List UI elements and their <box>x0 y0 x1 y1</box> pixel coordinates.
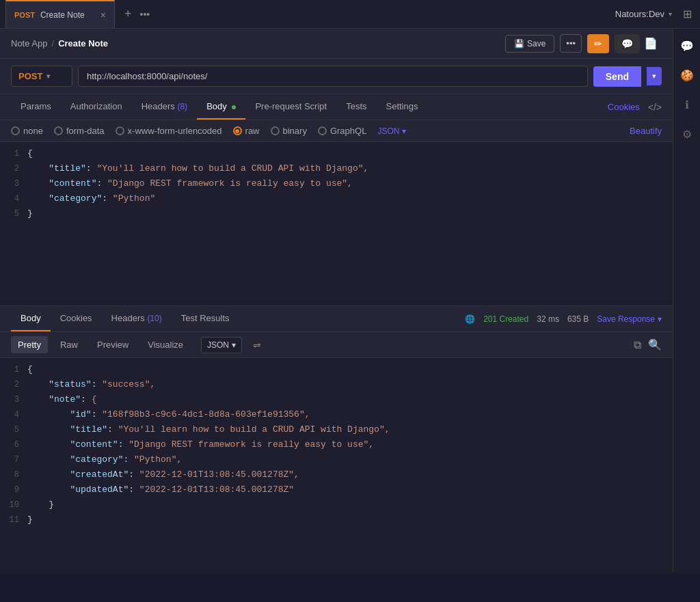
body-label: Body <box>206 101 227 111</box>
response-tab-cookies[interactable]: Cookies <box>51 306 102 331</box>
response-code-editor[interactable]: 1{2 "status": "success",3 "note": {4 "id… <box>0 358 673 572</box>
search-icon[interactable]: 🔍 <box>648 338 662 351</box>
resp-headers-label: Headers <box>111 313 145 323</box>
send-dropdown-button[interactable]: ▾ <box>647 67 662 85</box>
tab-close-button[interactable]: × <box>100 10 106 20</box>
save-response-label: Save Response <box>597 314 655 324</box>
request-tabs-row: Params Authorization Headers (8) Body Pr… <box>0 94 673 120</box>
globe-icon: 🌐 <box>465 314 475 324</box>
resp-preview-tab[interactable]: Preview <box>90 336 135 353</box>
response-meta: 🌐 201 Created 32 ms 635 B Save Response … <box>465 314 662 324</box>
url-input[interactable] <box>78 66 588 87</box>
method-chevron-icon: ▾ <box>46 72 50 80</box>
sidebar-chat-icon[interactable]: 💬 <box>677 37 697 55</box>
active-tab[interactable]: POST Create Note × <box>5 0 115 28</box>
body-option-urlencoded[interactable]: x-www-form-urlencoded <box>116 126 222 136</box>
response-tab-body[interactable]: Body <box>11 306 51 331</box>
response-size: 635 B <box>567 314 589 324</box>
tab-pre-request[interactable]: Pre-request Script <box>245 94 336 120</box>
method-selector[interactable]: POST ▾ <box>11 66 72 87</box>
tabs-right-area: Cookies </> <box>608 102 662 113</box>
headers-label: Headers <box>142 101 175 111</box>
tab-body[interactable]: Body <box>197 94 245 120</box>
line-content: "note": { <box>27 394 673 405</box>
code-line: 8 "createdAt": "2022-12-01T13:08:45.0012… <box>0 469 673 484</box>
line-number: 3 <box>0 394 27 405</box>
code-line: 9 "updatedAt": "2022-12-01T13:08:45.0012… <box>0 484 673 499</box>
graphql-label: GraphQL <box>330 126 366 136</box>
request-code-editor[interactable]: 1{2 "title": "You'll learn how to build … <box>0 142 673 305</box>
comment-button[interactable]: 💬 <box>615 34 640 53</box>
line-number: 1 <box>0 364 27 374</box>
tabs-more-button[interactable]: ••• <box>136 9 154 20</box>
code-line: 2 "status": "success", <box>0 379 673 394</box>
line-content: "category": "Python" <box>27 193 673 204</box>
right-panel-icon[interactable]: 📄 <box>640 34 662 53</box>
raw-radio <box>233 126 242 135</box>
request-body-editor: 1{2 "title": "You'll learn how to build … <box>0 142 673 306</box>
beautify-button[interactable]: Beautify <box>630 126 662 136</box>
header-more-button[interactable]: ••• <box>560 34 582 53</box>
resp-pretty-tab[interactable]: Pretty <box>11 336 48 353</box>
response-tab-headers[interactable]: Headers (10) <box>102 306 172 331</box>
sidebar-cookie-icon[interactable]: 🍪 <box>677 66 697 85</box>
save-button[interactable]: 💾 Save <box>505 35 554 53</box>
resp-json-selector[interactable]: JSON ▾ <box>201 337 242 353</box>
line-number: 11 <box>0 515 27 525</box>
urlencoded-radio <box>116 126 124 135</box>
new-tab-button[interactable]: + <box>120 7 136 21</box>
top-right-icon[interactable]: ⊞ <box>680 5 695 23</box>
save-response-button[interactable]: Save Response ▾ <box>597 314 662 324</box>
environment-selector[interactable]: Natours:Dev ▾ <box>615 9 672 19</box>
body-option-graphql[interactable]: GraphQL <box>318 126 366 136</box>
body-option-raw[interactable]: raw <box>233 126 260 136</box>
tab-title: Create Note <box>40 10 85 20</box>
filter-icon[interactable]: ⇌ <box>250 337 264 353</box>
save-icon: 💾 <box>514 39 524 49</box>
body-option-binary[interactable]: binary <box>271 126 307 136</box>
code-toggle-icon[interactable]: </> <box>648 102 662 113</box>
body-option-form-data[interactable]: form-data <box>54 126 105 136</box>
resp-raw-tab[interactable]: Raw <box>53 336 85 353</box>
tab-params[interactable]: Params <box>11 94 61 120</box>
edit-button[interactable]: ✏ <box>587 34 609 53</box>
code-line: 11} <box>0 514 673 529</box>
tab-authorization[interactable]: Authorization <box>61 94 132 120</box>
code-line: 4 "id": "168f98b3-c9c6-4dc1-8d8a-603ef1e… <box>0 409 673 424</box>
resp-headers-count: (10) <box>147 314 161 323</box>
save-label: Save <box>527 39 546 49</box>
line-number: 5 <box>0 208 27 219</box>
breadcrumb-separator: / <box>52 38 55 49</box>
cookies-link[interactable]: Cookies <box>608 102 640 112</box>
line-number: 2 <box>0 163 27 174</box>
json-type-selector[interactable]: JSON ▾ <box>377 126 406 136</box>
sidebar-settings-icon[interactable]: ⚙ <box>679 125 695 143</box>
line-content: "createdAt": "2022-12-01T13:08:45.001278… <box>27 469 673 480</box>
response-tools-row: Pretty Raw Preview Visualize JSON ▾ ⇌ ⧉ … <box>0 332 673 358</box>
tab-settings[interactable]: Settings <box>377 94 428 120</box>
env-chevron-icon: ▾ <box>669 10 672 18</box>
request-bar: POST ▾ Send ▾ <box>0 59 673 94</box>
line-number: 6 <box>0 439 27 450</box>
tab-headers[interactable]: Headers (8) <box>132 94 197 120</box>
tab-tests[interactable]: Tests <box>336 94 376 120</box>
response-tab-test-results[interactable]: Test Results <box>172 306 239 331</box>
save-response-chevron: ▾ <box>658 314 662 324</box>
form-data-radio <box>54 126 63 135</box>
sidebar-info-icon[interactable]: ℹ <box>682 96 692 114</box>
code-line: 2 "title": "You'll learn how to build a … <box>0 163 673 178</box>
resp-visualize-tab[interactable]: Visualize <box>141 336 190 353</box>
json-chevron-icon: ▾ <box>402 126 406 136</box>
main-layout: Note App / Create Note 💾 Save ••• ✏ 💬 📄 … <box>0 29 700 572</box>
breadcrumb-parent[interactable]: Note App <box>11 38 48 49</box>
line-number: 8 <box>0 469 27 480</box>
code-line: 5 "title": "You'll learn how to build a … <box>0 424 673 439</box>
urlencoded-label: x-www-form-urlencoded <box>128 126 222 136</box>
line-number: 2 <box>0 379 27 389</box>
send-button[interactable]: Send <box>593 66 641 87</box>
body-option-none[interactable]: none <box>11 126 43 136</box>
copy-icon[interactable]: ⧉ <box>634 339 641 351</box>
binary-radio <box>271 126 280 135</box>
method-label: POST <box>18 71 42 81</box>
tab-bar: POST Create Note × + ••• Natours:Dev ▾ ⊞ <box>0 0 700 29</box>
